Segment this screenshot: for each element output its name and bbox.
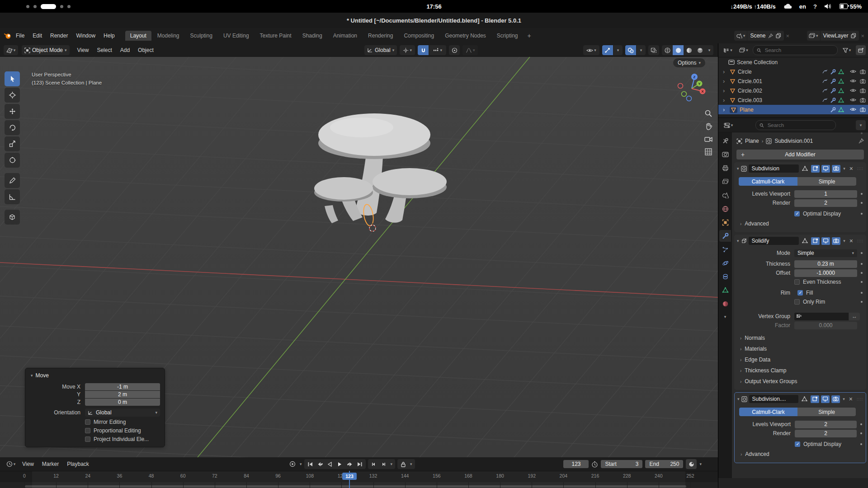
hide-viewport-toggle[interactable] xyxy=(850,107,856,112)
shading-rendered-button[interactable] xyxy=(694,45,705,55)
vertex-group-field[interactable] xyxy=(794,313,849,320)
playhead-dropdown[interactable]: ▾ xyxy=(408,462,414,466)
expand-icon[interactable]: › xyxy=(723,107,727,113)
tool-transform[interactable] xyxy=(5,153,20,168)
only-rim-checkbox[interactable] xyxy=(794,299,800,305)
mode-selector[interactable]: Object Mode ▾ xyxy=(22,45,70,55)
transform-orientation-dropdown[interactable]: Global ▾ xyxy=(364,45,397,55)
mesh-data-icon[interactable] xyxy=(838,69,844,75)
tab-object-data[interactable] xyxy=(719,284,731,296)
timeline-menu-playback[interactable]: Playback xyxy=(63,459,93,469)
keying-set-button[interactable] xyxy=(686,459,697,469)
pan-button[interactable] xyxy=(704,122,712,131)
shading-solid-button[interactable] xyxy=(673,45,684,55)
pin-icon[interactable] xyxy=(768,33,773,38)
keying-set-dropdown[interactable]: ▾ xyxy=(699,462,702,466)
tab-object[interactable] xyxy=(719,216,731,228)
cloud-icon[interactable] xyxy=(783,3,792,9)
shading-dropdown[interactable]: ▾ xyxy=(705,45,713,55)
keyboard-layout[interactable]: en xyxy=(799,3,806,10)
animation-icon[interactable] xyxy=(822,79,828,84)
navigation-gizmo[interactable]: Z Y X xyxy=(677,72,707,102)
tab-sculpting[interactable]: Sculpting xyxy=(185,31,217,41)
expand-icon[interactable]: › xyxy=(723,88,727,94)
tab-modifiers[interactable] xyxy=(719,230,731,242)
shading-wireframe-button[interactable] xyxy=(662,45,673,55)
toggle-render[interactable] xyxy=(831,395,840,403)
tab-shading[interactable]: Shading xyxy=(297,31,327,41)
toggle-render[interactable] xyxy=(832,237,840,245)
toggle-ortho-button[interactable] xyxy=(704,148,712,156)
expand-icon[interactable]: › xyxy=(723,69,727,75)
outliner-row-circle[interactable]: › Circle xyxy=(718,67,868,76)
render-levels-field[interactable]: 2 xyxy=(795,430,857,437)
shading-material-button[interactable] xyxy=(684,45,694,55)
move-y-field[interactable]: 2 m xyxy=(85,391,160,398)
modifier-extras-dropdown[interactable]: ▾ xyxy=(842,167,846,171)
timeline-track-strip[interactable] xyxy=(0,482,718,488)
proportional-falloff-dropdown[interactable]: ▾ xyxy=(462,45,478,55)
optimal-display-checkbox[interactable] xyxy=(795,441,800,447)
modifier-extras-dropdown[interactable]: ▾ xyxy=(842,397,846,401)
prev-keyframe-button[interactable] xyxy=(315,459,325,469)
modifier-header[interactable]: ▾ Subdivision.... ▾ × :::: xyxy=(735,393,866,405)
editor-type-button[interactable]: ▾ xyxy=(4,45,18,55)
tab-scripting[interactable]: Scripting xyxy=(492,31,523,41)
next-keyframe-button[interactable] xyxy=(345,459,355,469)
snap-settings-dropdown[interactable]: ▾ xyxy=(429,45,446,55)
help-icon[interactable]: ? xyxy=(813,3,817,10)
outliner-row-circle-003[interactable]: › Circle.003 xyxy=(718,95,868,105)
mirror-editing-checkbox[interactable] xyxy=(85,419,90,425)
tab-modeling[interactable]: Modeling xyxy=(152,31,184,41)
expand-icon[interactable]: ▾ xyxy=(737,397,740,401)
frame-step-dropdown[interactable]: ▾ xyxy=(389,462,395,466)
animation-icon[interactable] xyxy=(822,98,828,103)
render-levels-field[interactable]: 2 xyxy=(794,199,857,207)
factor-field[interactable]: 0.000 xyxy=(794,322,857,329)
tab-output[interactable] xyxy=(719,162,731,174)
tab-physics[interactable] xyxy=(719,257,731,269)
breadcrumb-modifier[interactable]: Subdivision.001 xyxy=(774,138,813,144)
properties-search-input[interactable] xyxy=(767,122,832,128)
keying-dropdown[interactable]: ▾ xyxy=(300,462,302,466)
tool-add-cube[interactable] xyxy=(5,210,20,225)
scene-browse-button[interactable]: ▾ xyxy=(734,31,747,41)
timeline-ruler[interactable]: 123 012243648607284961081201321441561681… xyxy=(0,471,718,482)
viewlayer-name-field[interactable]: ViewLayer xyxy=(821,31,859,41)
advanced-section[interactable]: › Advanced xyxy=(734,218,866,229)
project-individual-checkbox[interactable] xyxy=(85,436,90,442)
levels-viewport-field[interactable]: 2 xyxy=(795,421,857,428)
properties-options-dropdown[interactable]: ▾ xyxy=(856,120,866,130)
timeline-scrollbar[interactable] xyxy=(25,485,686,488)
new-viewlayer-icon[interactable] xyxy=(851,33,856,38)
outliner-filter-button[interactable]: ▾ xyxy=(840,45,854,55)
drag-handle[interactable]: :::: xyxy=(856,166,863,171)
remove-modifier-button[interactable]: × xyxy=(848,237,854,244)
outliner-search[interactable] xyxy=(753,45,838,55)
hide-viewport-toggle[interactable] xyxy=(850,79,856,83)
toggle-edit-mode[interactable] xyxy=(801,165,809,173)
expand-icon[interactable]: ▾ xyxy=(737,239,739,243)
battery-indicator[interactable]: 55% xyxy=(840,3,862,10)
tab-layout[interactable]: Layout xyxy=(125,31,151,41)
modifier-wrench-icon[interactable] xyxy=(830,79,836,84)
move-x-field[interactable]: -1 m xyxy=(85,383,160,390)
hide-render-toggle[interactable] xyxy=(860,69,866,74)
toggle-realtime[interactable] xyxy=(821,395,830,403)
menu-object[interactable]: Object xyxy=(134,45,158,55)
new-collection-button[interactable] xyxy=(856,45,866,55)
tab-view-layer[interactable] xyxy=(719,176,731,188)
simple-button[interactable]: Simple xyxy=(797,408,856,416)
menu-window[interactable]: Window xyxy=(72,31,99,41)
pin-icon[interactable] xyxy=(859,138,864,144)
output-vertex-groups-section[interactable]: ›Output Vertex Groups xyxy=(734,376,866,387)
expand-icon[interactable]: › xyxy=(723,78,727,84)
hide-render-toggle[interactable] xyxy=(860,88,866,93)
auto-keying-toggle[interactable] xyxy=(288,459,297,469)
proportional-editing-checkbox[interactable] xyxy=(85,428,90,433)
play-reverse-button[interactable] xyxy=(325,459,335,469)
modifier-name-field[interactable]: Subdivision xyxy=(749,164,799,173)
tab-scene[interactable] xyxy=(719,189,731,201)
modifier-wrench-icon[interactable] xyxy=(830,69,836,75)
xray-toggle[interactable] xyxy=(648,45,659,55)
